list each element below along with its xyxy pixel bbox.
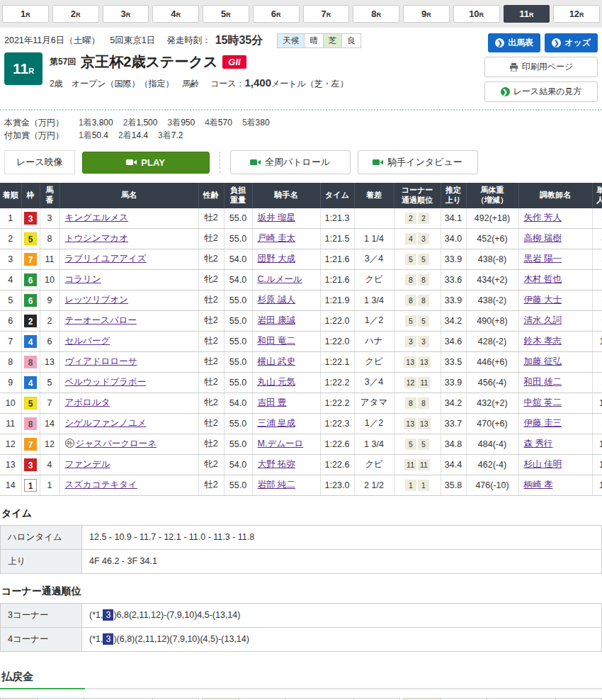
- finish-time: 1:22.6: [320, 434, 354, 454]
- race-conditions: 2歳 オープン（国際）（指定） 馬齢 コース：1,400メートル（芝・左）: [50, 77, 348, 90]
- jockey-link[interactable]: 吉田 豊: [258, 397, 287, 407]
- trainer-link[interactable]: 森 秀行: [524, 439, 553, 448]
- jockey-link[interactable]: 岩部 純二: [258, 480, 295, 490]
- trainer-link[interactable]: 鈴木 孝志: [524, 336, 562, 346]
- jockey-link[interactable]: 大野 拓弥: [258, 459, 295, 469]
- patrol-video-button[interactable]: 全周パトロール: [230, 150, 351, 174]
- entry-table-button[interactable]: ❯ 出馬表: [488, 33, 540, 52]
- jockey-link[interactable]: 和田 竜二: [258, 336, 295, 346]
- column-header: 単勝人気: [592, 183, 602, 208]
- trainer-link[interactable]: 杉山 佳明: [524, 459, 562, 469]
- horse-number: 7: [40, 393, 59, 413]
- tab-6r[interactable]: 6R: [253, 5, 300, 23]
- odds-button[interactable]: ❯ オッズ: [545, 33, 598, 52]
- jockey-interview-button[interactable]: 騎手インタビュー: [358, 150, 478, 174]
- tab-9r[interactable]: 9R: [403, 5, 450, 23]
- trainer-cell: 伊藤 圭三: [518, 413, 592, 434]
- column-header: 枠: [21, 183, 40, 208]
- result-guide-button[interactable]: ❯ レース結果の見方: [484, 81, 598, 102]
- horse-name-link[interactable]: レッツリブオン: [65, 295, 129, 305]
- finish-time: 1:23.0: [320, 475, 354, 495]
- column-header: 馬名: [59, 183, 198, 208]
- jockey-link[interactable]: 岩田 康誠: [258, 315, 295, 325]
- trainer-link[interactable]: 伊藤 大士: [524, 295, 562, 305]
- corner-position-box: 5: [405, 315, 416, 327]
- jockey-link[interactable]: 団野 大成: [258, 254, 295, 264]
- jockey-link[interactable]: 坂井 瑠星: [258, 213, 295, 222]
- trainer-cell: 鈴木 孝志: [518, 331, 592, 351]
- race-number-badge: 11R: [4, 52, 42, 85]
- trainer-link[interactable]: 清水 久詞: [524, 315, 562, 325]
- horse-name-link[interactable]: スズカコテキタイ: [65, 480, 137, 490]
- horse-name-link[interactable]: ヴィアドロローサ: [65, 356, 137, 366]
- horse-name-link[interactable]: セルバーグ: [65, 336, 110, 346]
- trainer-link[interactable]: 和田 雄二: [524, 377, 562, 387]
- horse-name-link[interactable]: ラブリイユアアイズ: [65, 254, 147, 264]
- carried-weight: 55.0: [224, 290, 252, 310]
- result-row: 1334ファンデル牝254.0大野 拓弥1:22.6クビ111134.4462(…: [0, 454, 602, 475]
- last-3f-time: 33.5: [441, 351, 466, 372]
- result-row: 11814シゲルファンノユメ牡255.0三浦 皇成1:22.31／2131333…: [0, 413, 602, 434]
- horse-name-link[interactable]: シゲルファンノユメ: [65, 418, 147, 428]
- jockey-cell: 坂井 瑠星: [252, 208, 320, 229]
- tab-7r[interactable]: 7R: [303, 5, 350, 23]
- jockey-link[interactable]: 三浦 皇成: [258, 418, 295, 428]
- jockey-cell: 岩田 康誠: [252, 310, 320, 331]
- result-row: 3711ラブリイユアアイズ牝254.0団野 大成1:21.63／45533.94…: [0, 249, 602, 269]
- trainer-link[interactable]: 伊藤 圭三: [524, 418, 562, 428]
- tab-2r[interactable]: 2R: [52, 5, 99, 23]
- carried-weight: 54.0: [224, 454, 252, 475]
- print-page-button[interactable]: 印刷用ページ: [484, 57, 598, 77]
- horse-name-link[interactable]: キングエルメス: [65, 213, 129, 222]
- horse-name-link[interactable]: コラリン: [65, 274, 101, 284]
- horse-name-link[interactable]: ジャスパークローネ: [76, 439, 157, 448]
- jockey-link[interactable]: 杉原 誠人: [258, 295, 295, 305]
- trainer-link[interactable]: 中舘 英二: [524, 397, 562, 407]
- tab-11r[interactable]: 11R: [504, 5, 550, 23]
- odds-label: オッズ: [564, 37, 591, 49]
- corner-positions: 55: [394, 434, 441, 454]
- horse-name-link[interactable]: ファンデル: [65, 459, 110, 469]
- waku-badge: 6: [24, 294, 37, 307]
- horse-name-link[interactable]: ベルウッドブラボー: [65, 377, 147, 387]
- trainer-link[interactable]: 柄崎 孝: [524, 480, 553, 490]
- play-button[interactable]: PLAY: [82, 152, 210, 174]
- horse-name-link[interactable]: トウシンマカオ: [65, 233, 129, 243]
- tab-3r[interactable]: 3R: [103, 5, 149, 23]
- corner3-post: )6,8(2,11,12)-(7,9,10)4,5-(13,14): [113, 610, 240, 620]
- jockey-link[interactable]: 横山 武史: [258, 356, 295, 366]
- tab-8r[interactable]: 8R: [353, 5, 399, 23]
- column-header: コーナー通過順位: [394, 183, 441, 208]
- trainer-link[interactable]: 黒岩 陽一: [524, 254, 562, 264]
- trainer-link[interactable]: 加藤 征弘: [524, 356, 562, 366]
- sex-age: 牡2: [198, 413, 224, 434]
- trainer-link[interactable]: 高柳 瑞樹: [524, 233, 562, 243]
- prize-amount: 570: [218, 118, 232, 128]
- jockey-link[interactable]: C.ルメール: [258, 274, 302, 284]
- horse-number: 8: [40, 228, 59, 249]
- tab-number: 6: [271, 9, 276, 19]
- win-favorite-rank: 6: [592, 290, 602, 310]
- horse-name-link[interactable]: アポロルタ: [65, 397, 110, 407]
- tab-10r[interactable]: 10R: [453, 5, 500, 23]
- trainer-link[interactable]: 木村 哲也: [524, 274, 562, 284]
- trainer-link[interactable]: 矢作 芳人: [524, 213, 562, 222]
- jockey-cell: M.デムーロ: [252, 434, 320, 454]
- waku-badge: 4: [24, 335, 37, 348]
- jockey-link[interactable]: 丸山 元気: [258, 377, 295, 387]
- tab-suffix: R: [76, 11, 81, 18]
- jockey-link[interactable]: 戸崎 圭太: [258, 233, 295, 243]
- prize-place-label: 3着: [158, 130, 171, 140]
- corner-positions: 88: [394, 269, 441, 290]
- tab-4r[interactable]: 4R: [152, 5, 199, 23]
- corner-positions: 1211: [394, 372, 441, 393]
- horse-name-link[interactable]: テーオースパロー: [65, 315, 137, 325]
- tab-1r[interactable]: 1R: [2, 5, 49, 23]
- foreign-bred-mark: 外: [65, 439, 74, 448]
- waku-badge: 8: [24, 417, 37, 430]
- tab-5r[interactable]: 5R: [203, 5, 249, 23]
- jockey-link[interactable]: M.デムーロ: [258, 439, 304, 448]
- finish-position: 11: [0, 413, 21, 434]
- tab-12r[interactable]: 12R: [553, 5, 600, 23]
- video-camera-icon: [373, 159, 383, 166]
